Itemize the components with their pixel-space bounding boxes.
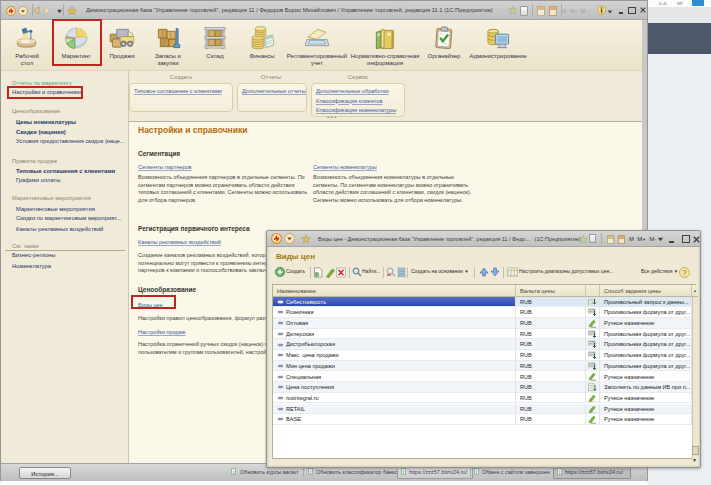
svg-text:?: ? <box>682 268 686 277</box>
